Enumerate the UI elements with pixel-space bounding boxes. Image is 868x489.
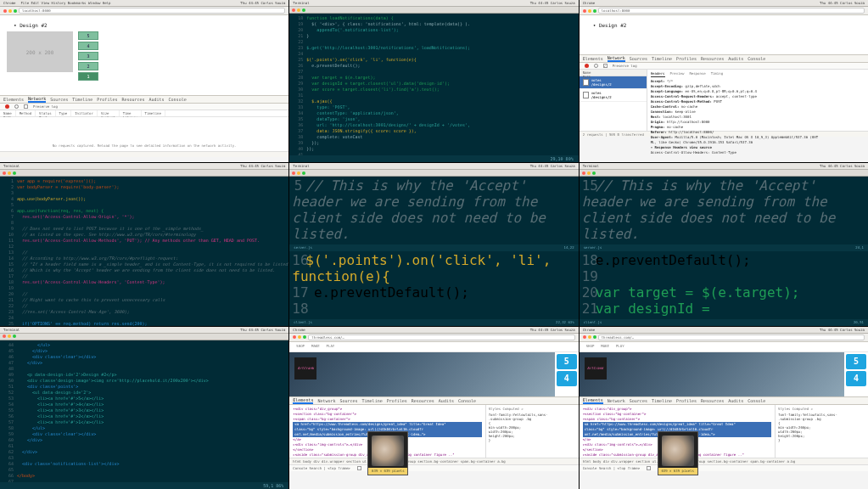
tile-browser-devtools-empty: Chrome File Edit View History Bookmarks … (0, 0, 288, 162)
macos-menubar: Terminal Thu 44:45 Carlos Souza (289, 0, 578, 7)
clear-icon[interactable] (594, 64, 598, 68)
score-buttons[interactable]: 54 (555, 352, 579, 396)
devtools-tab[interactable]: Elements (3, 97, 24, 102)
editor-pane-top[interactable]: 5// This is why the 'Accept' header we a… (289, 177, 578, 244)
devtools-tab[interactable]: Timeline (652, 398, 672, 403)
record-icon[interactable] (5, 104, 9, 109)
vote-button[interactable]: 5 (78, 31, 98, 40)
window-traffic-lights[interactable] (292, 8, 305, 12)
devtools-tab[interactable]: Sources (340, 398, 358, 403)
devtools-tab[interactable]: Resources (701, 56, 724, 61)
network-columns: NamePathMethodStatusTextTypeInitiatorSiz… (0, 110, 288, 117)
editor-pane-bottom[interactable]: 16$('.points').on('click', 'li', functio… (289, 251, 578, 319)
devtools-tab[interactable]: Sources (50, 97, 68, 102)
editor-pane-bottom[interactable]: 18e.preventDefault();1920var target = $(… (580, 251, 868, 319)
address-bar[interactable]: localhost:8000 (19, 8, 285, 14)
devtools-tab[interactable]: Resources (412, 398, 434, 403)
address-bar[interactable]: threadless.com/… (308, 334, 574, 340)
devtools-tab[interactable]: Profiles (97, 97, 117, 102)
preserve-log-label: Preserve log (33, 104, 58, 109)
devtools-tab[interactable]: Console (748, 56, 765, 61)
devtools-tab[interactable]: Elements (583, 56, 603, 61)
window-traffic-lights[interactable] (3, 9, 17, 13)
vote-button[interactable]: 1 (78, 72, 98, 81)
dom-breadcrumb[interactable]: html body div div.wrapper section ul.sli… (289, 458, 578, 464)
devtools-tabs[interactable]: ElementsNetworkSourcesTimelineProfilesRe… (0, 95, 288, 104)
terminal-titlebar (289, 7, 578, 14)
menubar-items[interactable]: File Edit View History Bookmarks Window … (20, 1, 110, 5)
devtools-tabs[interactable]: ElementsNetworkSourcesTimelineProfilesRe… (580, 396, 868, 405)
styles-pane[interactable]: Styles Computed » font-family:Yellowtail… (775, 405, 868, 458)
placeholder-image: 200 x 200 (7, 31, 73, 72)
devtools-tab[interactable]: Console (169, 97, 187, 102)
devtools-tab[interactable]: Timeline (362, 398, 383, 403)
score-buttons[interactable]: 54 (844, 352, 868, 396)
vote-button[interactable]: 2 (78, 62, 98, 70)
network-request-list[interactable]: NamePath votes/designs/2votes/designs/2 (580, 70, 647, 131)
devtools-tab[interactable]: Network (28, 96, 46, 103)
elements-panel[interactable]: ▾<div class="div_group"> ▾<section class… (289, 405, 578, 458)
devtools-tab[interactable]: Audits (728, 398, 743, 403)
console-bar[interactable]: Console Search | <top frame> Regular exp… (580, 464, 868, 471)
score-button[interactable]: 4 (557, 371, 577, 386)
regex-checkbox[interactable] (357, 466, 361, 470)
devtools-tabs[interactable]: ElementsNetworkSourcesTimelineProfilesRe… (580, 54, 868, 63)
editor-pane-top[interactable]: 15// This is why the 'Accept' header we … (580, 177, 868, 244)
menubar-app: Chrome (3, 1, 15, 5)
macos-menubar: Chrome File Edit View History Bookmarks … (0, 0, 288, 7)
devtools-subbar[interactable]: Preserve log (0, 104, 288, 110)
hero-image[interactable]: ArtCrank (289, 352, 554, 396)
devtools-tab[interactable]: Resources (121, 97, 144, 102)
devtools-tabs[interactable]: ElementsNetworkSourcesTimelineProfilesRe… (289, 396, 578, 405)
devtools-tab[interactable]: Audits (149, 97, 165, 102)
network-request-row[interactable]: votes/designs/2 (580, 89, 647, 102)
devtools-subbar[interactable]: Preserve log (580, 63, 868, 70)
hero: ArtCrank 54 (289, 352, 578, 396)
record-icon[interactable] (585, 64, 589, 68)
file-icon (583, 92, 589, 98)
devtools-tab[interactable]: Timeline (72, 97, 92, 102)
score-button[interactable]: 5 (557, 354, 577, 369)
devtools-tab[interactable]: Console (748, 398, 765, 403)
devtools-tab[interactable]: Sources (630, 56, 647, 61)
score-button[interactable]: 5 (846, 354, 866, 369)
network-body: No requests captured. Reload the page to… (0, 117, 288, 151)
window-traffic-lights[interactable] (583, 9, 596, 13)
vote-button[interactable]: 3 (78, 52, 98, 60)
address-bar[interactable]: threadless.com/… (598, 334, 865, 340)
site-nav[interactable]: SHOPMAKEPLAY (580, 342, 868, 352)
editor-pane[interactable]: 18function loadNotifications(data) {19 $… (289, 14, 578, 162)
devtools-tab[interactable]: Audits (728, 56, 743, 61)
score-button[interactable]: 4 (846, 371, 866, 386)
devtools-tab[interactable]: Network (317, 398, 335, 403)
preserve-log-checkbox[interactable] (603, 64, 608, 68)
devtools-tab[interactable]: Profiles (676, 398, 697, 403)
console-bar[interactable]: Console Search | <top frame> Regular exp… (289, 464, 578, 471)
tile-browser-devtools-headers: Chrome Thu 44:45 Carlos Souza localhost:… (580, 0, 868, 162)
devtools-tab[interactable]: Sources (630, 398, 647, 403)
devtools-tab[interactable]: Console (458, 398, 476, 403)
dom-breadcrumb[interactable]: html body div div.wrapper section ul.sli… (580, 458, 868, 464)
styles-pane[interactable]: Styles Computed » font-family:Yellowtail… (485, 405, 579, 458)
devtools-tab[interactable]: Network (608, 55, 625, 62)
editor-pane[interactable]: 1var app = require('express')();2var bod… (0, 177, 288, 325)
clear-icon[interactable] (14, 104, 19, 109)
devtools-tab[interactable]: Profiles (387, 398, 407, 403)
vote-button[interactable]: 4 (78, 42, 98, 50)
devtools-tab[interactable]: Profiles (676, 56, 697, 61)
regex-checkbox[interactable] (647, 466, 651, 470)
preserve-log-checkbox[interactable] (24, 104, 28, 109)
vim-statusline: 29,10 80% (289, 155, 578, 162)
devtools-tab[interactable]: Network (608, 398, 625, 403)
site-nav[interactable]: SHOPMAKEPLAY (289, 342, 578, 352)
devtools-tab[interactable]: Resources (701, 398, 724, 403)
file-icon (583, 79, 589, 86)
devtools-tab[interactable]: Elements (583, 397, 603, 404)
editor-pane[interactable]: 44 </ul>45 </div>46 <div class='clear'><… (0, 340, 288, 489)
address-bar[interactable]: localhost:8000 (598, 8, 865, 14)
devtools-tab[interactable]: Timeline (652, 56, 672, 61)
hero-image[interactable]: ArtCrank (580, 352, 844, 396)
network-empty-msg: No requests captured. Reload the page to… (0, 143, 288, 148)
devtools-tab[interactable]: Elements (293, 397, 313, 404)
devtools-tab[interactable]: Audits (439, 398, 454, 403)
